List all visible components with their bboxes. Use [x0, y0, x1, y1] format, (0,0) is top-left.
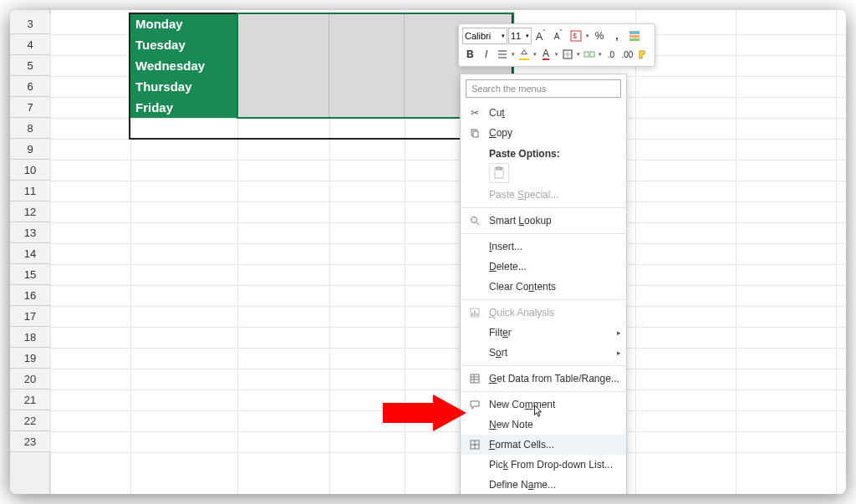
decrease-font-button[interactable]: A˅: [550, 28, 567, 44]
row-header-6[interactable]: 6: [10, 76, 50, 97]
menu-get-data-label: Get Data from Table/Range...: [489, 373, 619, 384]
menu-smart-lookup-label: Smart Lookup: [489, 215, 552, 227]
selected-cell[interactable]: [237, 13, 329, 34]
menu-new-note[interactable]: New Note: [461, 415, 626, 435]
row-header-15[interactable]: 15: [10, 264, 50, 285]
selected-cell[interactable]: [329, 13, 405, 34]
menu-pick-from-list[interactable]: Pick From Drop-down List...: [461, 455, 626, 475]
menu-copy-label: Copy: [489, 127, 512, 139]
row-header-21[interactable]: 21: [10, 389, 50, 410]
row-header-18[interactable]: 18: [10, 327, 50, 348]
menu-get-data[interactable]: Get Data from Table/Range...: [461, 369, 626, 389]
menu-smart-lookup[interactable]: Smart Lookup: [461, 211, 626, 231]
paste-button[interactable]: [489, 163, 509, 183]
row-header-20[interactable]: 20: [10, 369, 50, 389]
svg-rect-23: [471, 374, 479, 383]
paste-options-header: Paste Options:: [461, 143, 626, 161]
font-select[interactable]: Calibri▾: [462, 28, 507, 44]
day-cell-friday[interactable]: Friday: [130, 97, 237, 118]
row-header-10[interactable]: 10: [10, 160, 50, 181]
menu-format-cells[interactable]: Format Cells...: [461, 435, 626, 455]
accounting-format-button[interactable]: $: [568, 28, 584, 44]
row-header-19[interactable]: 19: [10, 348, 50, 369]
selected-cell[interactable]: [237, 55, 329, 76]
comment-icon: [467, 398, 482, 411]
merge-button[interactable]: [582, 46, 597, 63]
bold-button[interactable]: B: [462, 46, 477, 63]
menu-new-note-label: New Note: [489, 419, 533, 430]
cell-area[interactable]: MondayTuesdayWednesdayThursdayFriday: [50, 10, 846, 494]
increase-font-button[interactable]: A˄: [532, 28, 549, 44]
row-header-23[interactable]: 23: [10, 431, 50, 452]
menu-filter[interactable]: Filter ▸: [461, 323, 626, 343]
menu-sort[interactable]: Sort ▸: [461, 343, 626, 363]
svg-text:$: $: [573, 32, 577, 40]
search-icon: [467, 214, 482, 227]
row-header-4[interactable]: 4: [10, 34, 50, 55]
font-size-select[interactable]: 11▾: [508, 28, 532, 44]
selected-cell[interactable]: [329, 34, 405, 55]
svg-rect-12: [590, 52, 594, 57]
menu-paste-special-label: Paste Special...: [489, 189, 558, 201]
row-header-12[interactable]: 12: [10, 201, 50, 222]
row-header-5[interactable]: 5: [10, 55, 50, 76]
svg-rect-21: [474, 311, 476, 316]
menu-new-comment[interactable]: New Comment: [461, 395, 626, 415]
menu-insert[interactable]: Insert...: [461, 237, 626, 257]
spreadsheet-grid[interactable]: 34567891011121314151617181920212223 Mond…: [10, 10, 846, 494]
menu-delete-label: Delete...: [489, 261, 527, 272]
row-header-17[interactable]: 17: [10, 306, 50, 327]
day-cell-wednesday[interactable]: Wednesday: [130, 55, 237, 76]
row-header-14[interactable]: 14: [10, 243, 50, 264]
selected-cell[interactable]: [329, 76, 405, 97]
menu-clear-contents[interactable]: Clear Contents: [461, 277, 626, 297]
mini-toolbar: Calibri▾ 11▾ A˄ A˅ $ ▾ % , B I ▾ ▾ A: [458, 23, 655, 67]
svg-point-17: [471, 217, 477, 223]
conditional-format-button[interactable]: [626, 28, 643, 44]
menu-cut-label: Cut: [489, 107, 505, 119]
row-header-11[interactable]: 11: [10, 181, 50, 201]
row-header-8[interactable]: 8: [10, 118, 50, 139]
selected-cell[interactable]: [329, 55, 405, 76]
font-color-button[interactable]: A: [538, 46, 553, 63]
italic-button[interactable]: I: [478, 46, 493, 63]
selected-cell[interactable]: [237, 97, 329, 118]
scissors-icon: ✂: [467, 106, 482, 120]
svg-rect-22: [476, 313, 478, 316]
quick-analysis-icon: [467, 306, 482, 319]
submenu-arrow-icon: ▸: [617, 328, 621, 337]
svg-rect-16: [497, 167, 502, 170]
menu-search-input[interactable]: Search the menus: [466, 79, 621, 98]
row-header-22[interactable]: 22: [10, 410, 50, 431]
row-header-16[interactable]: 16: [10, 285, 50, 306]
row-header-9[interactable]: 9: [10, 139, 50, 160]
menu-delete[interactable]: Delete...: [461, 257, 626, 277]
menu-define-name-label: Define Name...: [489, 479, 556, 491]
selected-cell[interactable]: [329, 97, 405, 118]
selected-cell[interactable]: [237, 34, 329, 55]
row-header-3[interactable]: 3: [10, 13, 50, 34]
menu-clear-contents-label: Clear Contents: [489, 281, 556, 293]
selected-cell[interactable]: [237, 76, 329, 97]
align-button[interactable]: [495, 46, 510, 63]
menu-filter-label: Filter: [489, 327, 512, 339]
copy-icon: [467, 126, 482, 140]
menu-copy[interactable]: Copy: [461, 123, 626, 143]
clipboard-icon: [492, 166, 506, 180]
row-header-7[interactable]: 7: [10, 97, 50, 118]
increase-decimal-button[interactable]: .00: [619, 46, 634, 63]
menu-define-name[interactable]: Define Name...: [461, 475, 626, 494]
menu-cut[interactable]: ✂ Cut: [461, 103, 626, 123]
borders-button[interactable]: [560, 46, 575, 63]
comma-style-button[interactable]: ,: [609, 28, 625, 44]
row-header-13[interactable]: 13: [10, 222, 50, 243]
day-cell-monday[interactable]: Monday: [130, 13, 237, 34]
day-cell-thursday[interactable]: Thursday: [130, 76, 237, 97]
format-painter-button[interactable]: [636, 46, 651, 63]
menu-new-comment-label: New Comment: [489, 399, 555, 410]
svg-rect-2: [629, 31, 639, 34]
fill-color-button[interactable]: [517, 46, 532, 63]
percent-button[interactable]: %: [591, 28, 608, 44]
decrease-decimal-button[interactable]: .0: [604, 46, 619, 63]
day-cell-tuesday[interactable]: Tuesday: [130, 34, 237, 55]
